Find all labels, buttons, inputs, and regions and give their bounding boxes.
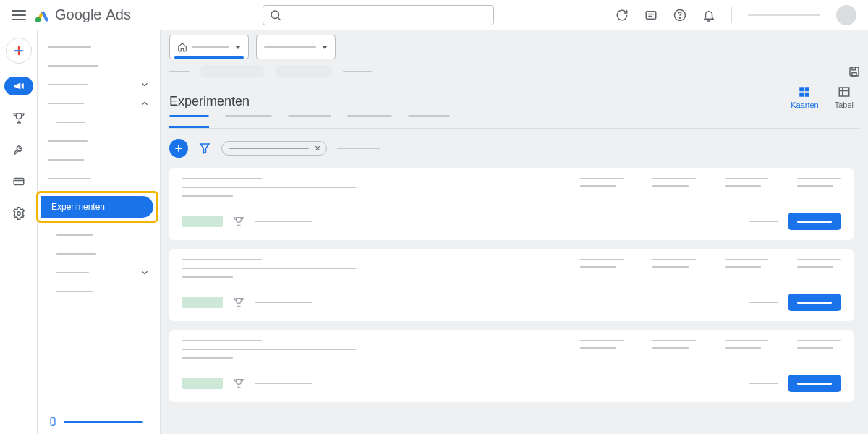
card-primary-button[interactable] [788,294,841,311]
chevron-down-icon [322,46,328,49]
sidebar-item[interactable] [38,132,160,150]
crumb[interactable] [169,71,190,72]
svg-rect-18 [805,93,809,97]
sidebar-footer[interactable] [48,415,143,428]
status-badge [182,297,223,308]
header-toolbar [616,5,856,25]
nav-rail [0,30,38,434]
crumb-chip[interactable] [200,65,265,78]
view-cards-label: Kaarten [791,101,819,109]
chevron-down-icon [140,80,150,90]
svg-marker-24 [200,144,209,153]
sidebar-item[interactable] [38,38,160,56]
rail-admin[interactable] [4,204,33,223]
plus-icon [174,143,184,153]
avatar[interactable] [836,5,856,25]
chip-remove-icon[interactable]: × [315,142,320,154]
chevron-down-icon [140,268,150,278]
scope-selectors [161,30,868,59]
ads-logo-icon [35,7,51,23]
card-primary-button[interactable] [788,375,841,392]
status-badge [182,378,223,389]
sidebar-subitem[interactable] [38,282,160,301]
page-title: Experimenten [169,94,250,109]
experiment-card[interactable] [169,168,854,240]
svg-point-10 [17,212,20,216]
view-cards[interactable]: Kaarten [791,85,819,109]
filter-row: × [161,129,868,168]
svg-rect-15 [800,87,804,91]
sidebar-subitem[interactable] [38,244,160,263]
toolbar-separator [731,7,732,23]
view-table-label: Tabel [835,101,854,109]
tab[interactable] [169,115,209,128]
product-sub: Ads [106,7,131,23]
notifications-icon[interactable] [702,9,715,22]
filter-chip[interactable]: × [221,141,327,156]
sidebar-subitem[interactable] [38,113,160,132]
view-switch: Kaarten Tabel [791,85,854,109]
trophy-icon [233,216,244,227]
svg-point-7 [679,17,680,18]
home-icon [177,42,187,52]
sidebar-item[interactable] [38,56,160,75]
experiment-card[interactable] [169,330,854,402]
product-name: Google [55,7,102,23]
crumb[interactable] [343,71,372,72]
svg-rect-17 [800,93,804,97]
tab[interactable] [408,115,450,128]
menu-icon[interactable] [12,10,26,20]
chevron-up-icon [140,98,150,109]
filter-icon[interactable] [198,142,211,155]
card-primary-button[interactable] [788,213,841,230]
breadcrumb [161,59,868,85]
search-input[interactable] [282,9,488,20]
create-button[interactable] [6,38,32,64]
sidebar-highlight-frame: Experimenten [36,191,158,223]
svg-rect-19 [839,88,849,96]
tabs [161,109,868,128]
rail-tools[interactable] [4,140,33,159]
add-experiment-button[interactable] [169,139,188,158]
chevron-down-icon [235,46,241,49]
tab[interactable] [225,115,272,128]
rail-campaigns[interactable] [4,77,33,95]
sidebar-item-experimenten[interactable]: Experimenten [41,196,153,218]
tab[interactable] [347,115,392,128]
sidebar-item[interactable] [38,169,160,188]
rail-billing[interactable] [4,172,33,191]
main-content: Experimenten Kaarten Tabel [161,30,868,434]
help-icon[interactable] [673,9,686,22]
trophy-icon [233,378,244,389]
app-header: Google Ads [0,0,868,30]
account-selector[interactable] [169,35,249,59]
rail-goals[interactable] [4,109,33,127]
product-logo[interactable]: Google Ads [35,7,131,23]
sidebar-active-label: Experimenten [51,202,105,212]
account-name-placeholder[interactable] [748,14,820,16]
save-view-icon[interactable] [848,65,861,78]
experiment-cards [161,168,868,417]
svg-rect-16 [805,87,809,91]
svg-rect-14 [852,73,856,77]
sidebar-item-expanded[interactable] [38,94,160,113]
view-table[interactable]: Tabel [835,85,854,109]
campaign-selector[interactable] [256,35,336,59]
mobile-icon [48,415,58,428]
trophy-icon [233,297,244,308]
table-icon [838,85,851,98]
search-input-wrap[interactable] [263,5,494,25]
messages-icon[interactable] [644,9,658,22]
sidebar-subitem[interactable] [38,226,160,244]
status-badge [182,216,223,227]
sidebar: Experimenten [38,30,161,434]
sidebar-item[interactable] [38,150,160,169]
sidebar-item[interactable] [38,75,160,94]
refresh-icon[interactable] [616,9,629,22]
svg-line-2 [278,17,280,20]
crumb-chip[interactable] [275,65,333,78]
svg-rect-3 [646,11,656,19]
sidebar-subitem[interactable] [38,263,160,282]
experiment-card[interactable] [169,249,854,321]
tab[interactable] [288,115,331,128]
